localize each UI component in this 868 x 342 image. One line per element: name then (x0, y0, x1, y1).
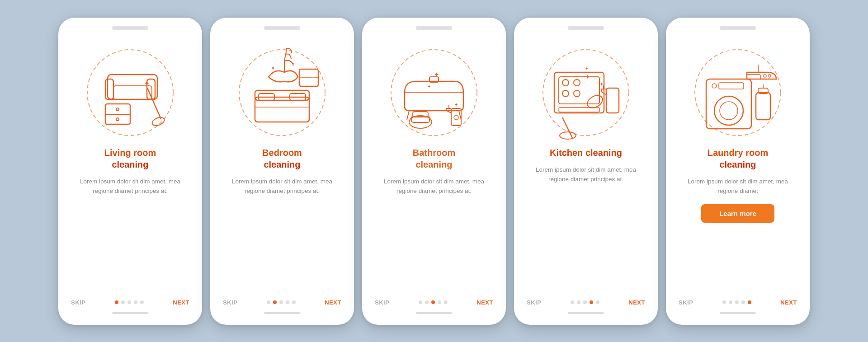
dot-2 (273, 300, 277, 304)
svg-point-40 (574, 80, 580, 86)
svg-text:✦: ✦ (271, 65, 275, 71)
dot-5 (292, 300, 296, 304)
svg-point-63 (764, 75, 766, 77)
phone-notch (720, 26, 756, 30)
bathroom-illustration: ✦ ✦ ✦ (380, 38, 488, 147)
svg-text:✦: ✦ (427, 84, 431, 89)
svg-text:✦: ✦ (291, 61, 295, 66)
svg-point-32 (454, 115, 458, 120)
svg-text:✦: ✦ (454, 102, 458, 107)
dot-1 (419, 300, 422, 304)
phone-laundry-content: Laundry roomcleaning Lorem ipsum dolor s… (666, 147, 810, 299)
dot-4 (741, 300, 745, 304)
bathroom-title: Bathroomcleaning (413, 147, 455, 170)
kitchen-desc: Lorem ipsum dolor sit dim amet, mea regi… (527, 165, 645, 184)
svg-point-42 (574, 90, 580, 97)
dot-1 (571, 300, 574, 304)
next-button[interactable]: NEXT (628, 299, 645, 306)
svg-point-64 (768, 75, 771, 77)
next-button[interactable]: NEXT (476, 299, 493, 306)
kitchen-illustration: ✦ ✦ ✦ (532, 38, 640, 147)
laundry-title: Laundry roomcleaning (708, 147, 768, 170)
bedroom-title: Bedroomcleaning (262, 147, 302, 170)
phones-container: ✦ Living roomcleaning Lorem ipsum dolor … (40, 4, 828, 338)
svg-point-48 (560, 132, 576, 139)
laundry-footer: SKIP NEXT (666, 299, 810, 306)
next-button[interactable]: NEXT (325, 299, 341, 306)
phone-notch (264, 26, 300, 30)
dot-2 (425, 300, 429, 304)
svg-rect-61 (747, 75, 760, 79)
home-bar (416, 312, 452, 314)
pagination-dots (267, 300, 296, 304)
home-bar (568, 312, 604, 314)
svg-rect-18 (299, 69, 318, 86)
svg-point-39 (562, 80, 569, 86)
svg-point-41 (562, 90, 569, 97)
svg-point-55 (720, 102, 738, 120)
home-bar (112, 312, 148, 314)
dot-4 (438, 300, 441, 304)
phone-bathroom: ✦ ✦ ✦ Bathroomcleaning Lorem ipsum dolor… (362, 18, 506, 325)
living-room-title: Living roomcleaning (104, 147, 156, 170)
skip-button[interactable]: SKIP (527, 299, 541, 306)
skip-button[interactable]: SKIP (679, 299, 693, 306)
svg-point-36 (543, 50, 629, 136)
dot-2 (121, 300, 125, 304)
dot-5 (444, 300, 448, 304)
svg-line-47 (562, 117, 572, 138)
svg-rect-14 (255, 90, 309, 100)
phone-notch (112, 26, 148, 30)
bedroom-footer: SKIP NEXT (210, 299, 354, 306)
dot-2 (729, 300, 732, 304)
phone-bedroom-content: Bedroomcleaning Lorem ipsum dolor sit di… (210, 147, 354, 299)
svg-rect-4 (113, 86, 152, 99)
kitchen-footer: SKIP NEXT (514, 299, 658, 306)
svg-rect-45 (606, 88, 619, 113)
svg-point-56 (712, 84, 717, 88)
bathroom-desc: Lorem ipsum dolor sit dim amet, mea regi… (375, 177, 493, 196)
svg-rect-2 (105, 79, 113, 99)
laundry-illustration (684, 38, 792, 147)
pagination-dots (115, 300, 144, 304)
skip-button[interactable]: SKIP (375, 299, 389, 306)
home-bar (264, 312, 300, 314)
svg-point-10 (151, 116, 165, 127)
svg-line-24 (407, 111, 409, 120)
svg-rect-53 (706, 79, 751, 129)
dot-4 (134, 300, 137, 304)
pagination-dots (722, 300, 751, 304)
dot-1 (267, 300, 270, 304)
dot-3 (735, 300, 739, 304)
bedroom-desc: Lorem ipsum dolor sit dim amet, mea regi… (223, 177, 341, 196)
bedroom-illustration: ✦ ✦ (228, 38, 336, 147)
svg-text:✦: ✦ (434, 71, 439, 78)
next-button[interactable]: NEXT (173, 299, 189, 306)
phone-living-room: ✦ Living roomcleaning Lorem ipsum dolor … (58, 18, 202, 325)
pagination-dots (571, 300, 599, 304)
svg-point-8 (116, 118, 119, 121)
dot-4 (286, 300, 289, 304)
phone-notch (416, 26, 452, 30)
svg-rect-57 (719, 83, 744, 89)
phone-kitchen-content: Kitchen cleaning Lorem ipsum dolor sit d… (514, 147, 658, 299)
learn-more-button[interactable]: Learn more (701, 204, 774, 223)
dot-1 (115, 300, 118, 304)
pagination-dots (419, 300, 448, 304)
next-button[interactable]: NEXT (780, 299, 797, 306)
phone-kitchen: ✦ ✦ ✦ Kitchen cleaning Lorem ipsum dolor… (514, 18, 658, 325)
dot-2 (577, 300, 580, 304)
dot-3 (127, 300, 131, 304)
bathroom-footer: SKIP NEXT (362, 299, 506, 306)
phone-notch (568, 26, 604, 30)
dot-4 (590, 300, 593, 304)
svg-point-54 (714, 96, 743, 125)
skip-button[interactable]: SKIP (71, 299, 85, 306)
skip-button[interactable]: SKIP (223, 299, 237, 306)
svg-rect-58 (756, 93, 770, 120)
svg-text:✦: ✦ (585, 73, 590, 80)
svg-text:✦: ✦ (144, 80, 150, 87)
dot-1 (722, 300, 726, 304)
living-room-illustration: ✦ (76, 38, 184, 147)
dot-3 (431, 300, 435, 304)
